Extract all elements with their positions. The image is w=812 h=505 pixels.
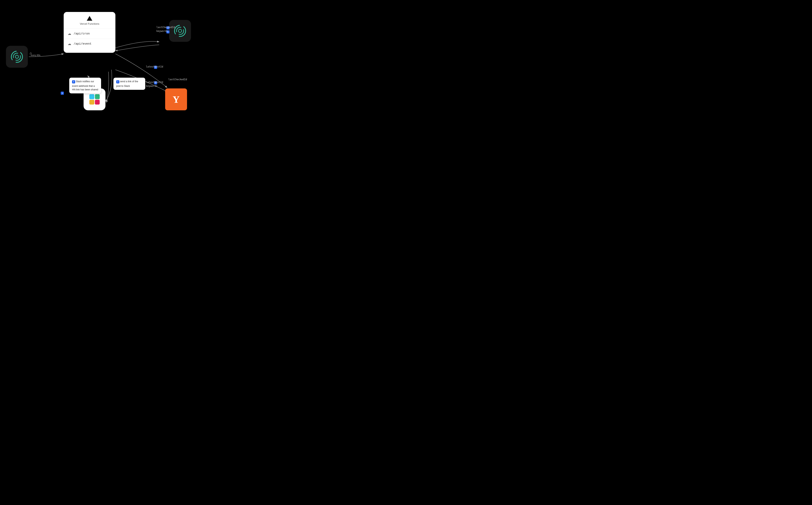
badge-3: 3 <box>61 92 64 95</box>
vercel-card-header: Vercel Functions <box>64 16 115 28</box>
label-latestpostid-top: latestPostId <box>146 65 163 69</box>
sentry-left-icon <box>6 46 28 68</box>
yc-icon: Y <box>165 89 187 110</box>
diagram-container: Vercel Functions ☁ /api/cron ☁ /api/even… <box>0 0 203 126</box>
every-60s-label: every 60s <box>31 54 40 57</box>
vercel-card: Vercel Functions ☁ /api/cron ☁ /api/even… <box>64 12 115 53</box>
api-event-endpoint: ☁ /api/event <box>64 39 115 49</box>
label-lastcheckedid-bot: lastCheckedId <box>168 78 187 81</box>
vercel-triangle-icon <box>87 16 92 21</box>
svg-point-6 <box>177 27 184 34</box>
api-event-text: /api/event <box>74 42 91 46</box>
api-cron-endpoint: ☁ /api/cron <box>64 28 115 39</box>
tooltip-slack-notify-text: Slack notifies our event webhook that a … <box>72 80 98 91</box>
label-latestpostid-bot: latestPostId keywords <box>146 80 163 88</box>
badge-2-tooltip: 2 <box>72 80 75 83</box>
svg-point-3 <box>13 53 20 60</box>
cloud-icon-event: ☁ <box>68 42 71 46</box>
api-cron-text: /api/cron <box>74 32 90 35</box>
cloud-icon-cron: ☁ <box>68 31 71 36</box>
svg-point-4 <box>15 55 18 58</box>
tooltip-send-link: 1 send a link of the post to Slack <box>113 78 145 90</box>
svg-point-7 <box>179 29 182 32</box>
yc-letter: Y <box>173 94 180 105</box>
label-lastcheckedid: lastCheckedId keywords <box>157 25 175 33</box>
tooltip-send-link-text: send a link of the post to Slack <box>116 80 138 88</box>
badge-1-tooltip: 1 <box>116 80 119 83</box>
vercel-title: Vercel Functions <box>80 22 99 25</box>
tooltip-slack-notify: 2 Slack notifies our event webhook that … <box>69 78 101 94</box>
